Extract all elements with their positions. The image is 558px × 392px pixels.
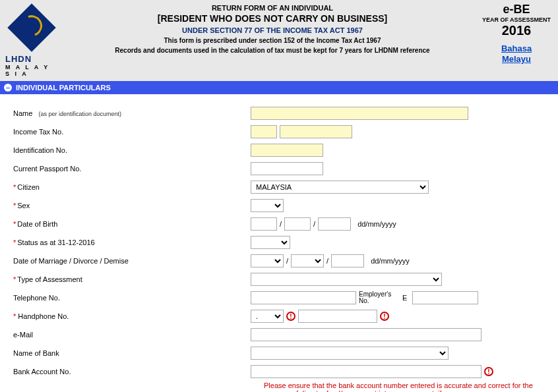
bank-note: Please ensure that the bank account numb… xyxy=(264,381,554,392)
bank-name-select[interactable] xyxy=(251,347,449,360)
passport-input[interactable] xyxy=(251,162,323,175)
dob-day-input[interactable] xyxy=(251,217,277,231)
title-line-5: Records and documents used in the calcul… xyxy=(65,47,480,54)
warning-icon: ! xyxy=(380,312,389,321)
form-area: Name (as per identification document) In… xyxy=(0,94,558,392)
title-block: RETURN FORM OF AN INDIVIDUAL [RESIDENT W… xyxy=(65,3,480,54)
label-employer-no: Employer'sNo. xyxy=(359,291,397,304)
handphone-input[interactable] xyxy=(298,310,377,323)
dob-month-input[interactable] xyxy=(284,217,311,231)
label-marriage-date: Date of Marriage / Divorce / Demise xyxy=(13,257,251,265)
lhdn-logo-icon xyxy=(7,3,56,52)
logo: LHDN M A L A Y S I A xyxy=(5,3,65,77)
label-telephone: Telephone No. xyxy=(13,294,251,302)
collapse-icon[interactable]: – xyxy=(4,84,12,92)
label-passport: Current Passport No. xyxy=(13,165,251,173)
title-line-4: This form is prescribed under section 15… xyxy=(65,37,480,44)
label-email: e-Mail xyxy=(13,331,251,339)
year-of-assessment-label: YEAR OF ASSESSMENT xyxy=(480,16,553,23)
warning-icon: ! xyxy=(484,367,493,376)
slash-icon: / xyxy=(286,257,288,265)
section-individual-particulars[interactable]: – INDIVIDUAL PARTICULARS xyxy=(0,81,558,94)
bank-account-input[interactable] xyxy=(251,365,481,378)
logo-sub-text: M A L A Y S I A xyxy=(5,64,58,77)
employer-no-input[interactable] xyxy=(412,291,478,304)
slash-icon: / xyxy=(280,220,282,228)
marriage-year-input[interactable] xyxy=(331,254,364,267)
email-input[interactable] xyxy=(251,328,481,341)
slash-icon: / xyxy=(326,257,328,265)
type-assessment-select[interactable] xyxy=(251,273,442,286)
label-citizen: Citizen xyxy=(13,183,251,191)
label-sex: Sex xyxy=(13,202,251,210)
header-right: e-BE YEAR OF ASSESSMENT 2016 Bahasa Mela… xyxy=(480,3,553,64)
citizen-select[interactable]: MALAYSIA xyxy=(251,181,429,194)
label-status: Status as at 31-12-2016 xyxy=(13,238,251,246)
employer-e-label: E xyxy=(402,294,407,302)
label-income-tax: Income Tax No. xyxy=(13,128,251,136)
dob-year-input[interactable] xyxy=(318,217,351,231)
id-no-input[interactable] xyxy=(251,144,323,157)
income-tax-number-input[interactable] xyxy=(280,125,352,138)
title-line-3: UNDER SECTION 77 OF THE INCOME TAX ACT 1… xyxy=(65,26,480,34)
income-tax-prefix-input[interactable] xyxy=(251,125,277,138)
marriage-month-select[interactable] xyxy=(291,254,324,267)
ebe-label: e-BE xyxy=(480,3,553,16)
title-line-2: [RESIDENT WHO DOES NOT CARRY ON BUSINESS… xyxy=(65,13,480,24)
date-hint: dd/mm/yyyy xyxy=(357,220,396,228)
label-bank-acc: Bank Account No. xyxy=(13,368,251,376)
label-handphone: * Handphone No. xyxy=(13,312,251,320)
name-input[interactable] xyxy=(251,107,468,120)
logo-main-text: LHDN xyxy=(5,54,58,64)
language-link[interactable]: Bahasa Melayu xyxy=(480,43,553,64)
section-title: INDIVIDUAL PARTICULARS xyxy=(16,84,111,92)
date-hint: dd/mm/yyyy xyxy=(371,257,410,265)
status-select[interactable] xyxy=(251,236,290,249)
header: LHDN M A L A Y S I A RETURN FORM OF AN I… xyxy=(0,0,558,81)
label-bank-name: Name of Bank xyxy=(13,349,251,357)
label-name: Name (as per identification document) xyxy=(13,109,251,117)
telephone-input[interactable] xyxy=(251,291,356,304)
sex-select[interactable] xyxy=(251,199,284,212)
slash-icon: / xyxy=(313,220,315,228)
label-id-no: Identification No. xyxy=(13,146,251,154)
assessment-year: 2016 xyxy=(480,23,553,38)
marriage-day-select[interactable] xyxy=(251,254,284,267)
title-line-1: RETURN FORM OF AN INDIVIDUAL xyxy=(65,4,480,12)
handphone-prefix-select[interactable]: . xyxy=(251,310,284,323)
label-dob: Date of Birth xyxy=(13,220,251,228)
warning-icon: ! xyxy=(286,312,295,321)
label-type-assessment: Type of Assessment xyxy=(13,275,251,283)
